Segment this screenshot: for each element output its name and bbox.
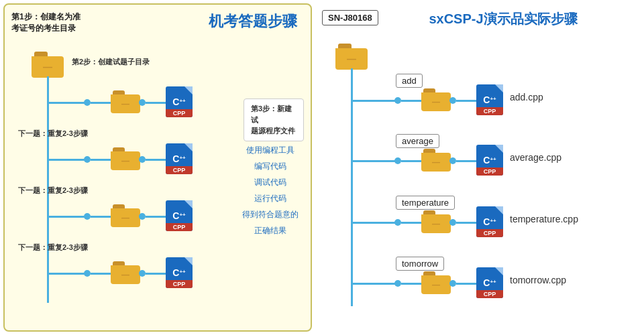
right-hline-2b bbox=[401, 222, 421, 224]
step1-text: 第1步：创建名为准 考证号的考生目录 bbox=[11, 11, 80, 34]
right-hline-3 bbox=[351, 283, 398, 285]
label-box-add: add bbox=[396, 74, 423, 88]
right-hline-1c bbox=[456, 160, 476, 162]
main-folder bbox=[32, 52, 64, 77]
tool-5: 得到符合题意的 正确结果 bbox=[237, 206, 304, 239]
right-dot-0b bbox=[449, 97, 456, 104]
right-cpp-0: C++ CPP bbox=[476, 84, 503, 115]
hline-1c bbox=[146, 102, 166, 104]
sub-folder-1 bbox=[111, 90, 140, 113]
right-hline-2 bbox=[351, 222, 398, 224]
right-sub-folder-0 bbox=[421, 88, 451, 111]
sn-badge: SN-J80168 bbox=[322, 10, 378, 25]
right-dot-1b bbox=[449, 157, 456, 164]
dot-3c bbox=[139, 213, 146, 220]
next-label-2: 下一题：重复2-3步骤 bbox=[18, 186, 88, 196]
label-box-tomorrow: tomorrow bbox=[396, 257, 444, 271]
dot-4c bbox=[139, 270, 146, 277]
hline-1b bbox=[91, 102, 111, 104]
step2-label: 第2步：创建试题子目录 bbox=[72, 57, 150, 67]
file-label-2: temperature.cpp bbox=[510, 214, 578, 224]
dot-1 bbox=[84, 99, 91, 106]
file-label-0: add.cpp bbox=[510, 92, 543, 103]
tool-3: 调试代码 bbox=[237, 174, 304, 190]
hline-3b bbox=[91, 216, 111, 218]
hline-4 bbox=[47, 273, 87, 275]
tool-1: 使用编程工具 bbox=[237, 142, 304, 158]
right-panel: SN-J80168 sxCSP-J演示品实际步骤 add C++ CPP add… bbox=[315, 3, 637, 332]
cpp-icon-4: C++ CPP bbox=[166, 257, 193, 288]
right-hline-0c bbox=[456, 100, 476, 102]
hline-2c bbox=[146, 159, 166, 161]
right-trunk-line bbox=[351, 68, 353, 306]
dot-3 bbox=[84, 213, 91, 220]
right-hline-0 bbox=[351, 100, 398, 102]
hline-4c bbox=[146, 273, 166, 275]
right-dot-2b bbox=[449, 219, 456, 226]
left-panel: 机考答题步骤 第1步：创建名为准 考证号的考生目录 第2步：创建试题子目录 C+… bbox=[3, 3, 312, 332]
right-dot-1 bbox=[394, 157, 401, 164]
right-dot-3 bbox=[394, 280, 401, 287]
dot-2 bbox=[84, 156, 91, 163]
right-hline-1 bbox=[351, 160, 398, 162]
next-label-1: 下一题：重复2-3步骤 bbox=[18, 129, 88, 139]
right-cpp-1: C++ CPP bbox=[476, 145, 503, 176]
cpp-icon-1: C++ CPP bbox=[166, 86, 193, 117]
hline-2b bbox=[91, 159, 111, 161]
right-sub-folder-1 bbox=[421, 149, 451, 172]
right-hline-2c bbox=[456, 222, 476, 224]
right-main-folder bbox=[335, 44, 368, 69]
right-title: sxCSP-J演示品实际步骤 bbox=[369, 10, 637, 28]
file-label-1: average.cpp bbox=[510, 152, 561, 163]
right-hline-1b bbox=[401, 160, 421, 162]
dot-4 bbox=[84, 270, 91, 277]
step3-box: 第3步：新建试 题源程序文件 bbox=[244, 98, 304, 141]
hline-2 bbox=[47, 159, 87, 161]
right-cpp-2: C++ CPP bbox=[476, 206, 503, 237]
file-label-3: tomorrow.cpp bbox=[510, 275, 566, 285]
right-sub-folder-3 bbox=[421, 271, 451, 294]
tool-4: 运行代码 bbox=[237, 190, 304, 206]
right-sub-folder-2 bbox=[421, 210, 451, 233]
label-box-temperature: temperature bbox=[396, 196, 455, 210]
right-cpp-3: C++ CPP bbox=[476, 267, 503, 298]
right-dot-2 bbox=[394, 219, 401, 226]
tools-list: 使用编程工具 编写代码 调试代码 运行代码 得到符合题意的 正确结果 bbox=[237, 142, 304, 239]
sub-folder-3 bbox=[111, 204, 140, 227]
hline-1 bbox=[47, 102, 87, 104]
right-hline-0b bbox=[401, 100, 421, 102]
right-hline-3c bbox=[456, 283, 476, 285]
right-dot-0 bbox=[394, 97, 401, 104]
right-dot-3b bbox=[449, 280, 456, 287]
hline-4b bbox=[91, 273, 111, 275]
tool-2: 编写代码 bbox=[237, 158, 304, 174]
sub-folder-4 bbox=[111, 261, 140, 284]
label-box-average: average bbox=[396, 134, 439, 148]
next-label-3: 下一题：重复2-3步骤 bbox=[18, 243, 88, 253]
cpp-icon-3: C++ CPP bbox=[166, 200, 193, 231]
dot-2c bbox=[139, 156, 146, 163]
hline-3c bbox=[146, 216, 166, 218]
dot-1c bbox=[139, 99, 146, 106]
right-hline-3b bbox=[401, 283, 421, 285]
cpp-icon-2: C++ CPP bbox=[166, 143, 193, 174]
left-title: 机考答题步骤 bbox=[209, 11, 297, 31]
sub-folder-2 bbox=[111, 147, 140, 170]
hline-3 bbox=[47, 216, 87, 218]
